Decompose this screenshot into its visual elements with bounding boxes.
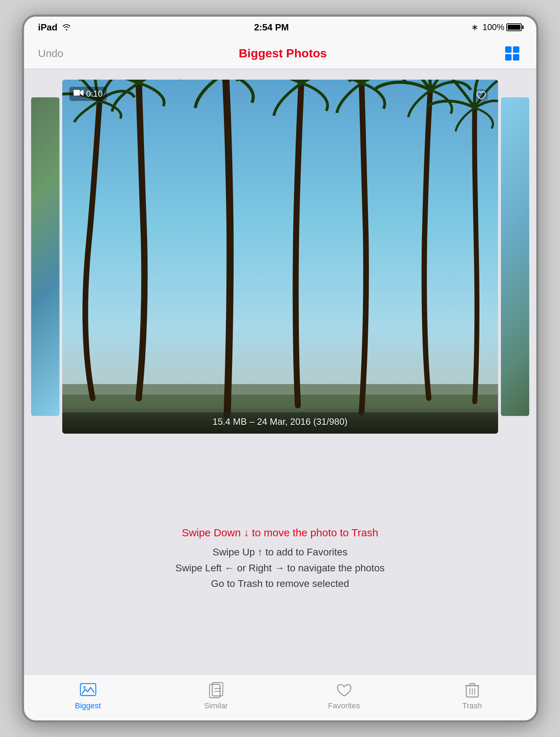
wifi-icon [62,22,71,33]
instruction-primary: Swipe Down ↓ to move the photo to Trash [182,527,378,539]
video-duration: 0:10 [86,89,103,99]
svg-rect-6 [80,684,96,696]
svg-rect-3 [74,90,80,96]
biggest-tab-label: Biggest [75,701,101,710]
svg-point-7 [83,686,86,689]
photo-side-right [501,97,529,416]
ipad-label: iPad [38,22,58,33]
video-camera-icon [74,89,83,98]
tab-bar: Biggest Similar Favorites [24,674,536,720]
heart-icon [473,88,489,104]
battery-percent: 100% [483,22,504,32]
trash-tab-icon [463,681,481,699]
battery-container: 100% [483,22,522,32]
svg-point-5 [474,89,488,103]
battery-fill [508,25,520,30]
status-bar: iPad 2:54 PM ∗ 100% [24,17,536,38]
status-left: iPad [38,22,72,33]
photo-overlay-bottom: 15.4 MB – 24 Mar, 2016 (31/980) [62,405,498,434]
device-frame: iPad 2:54 PM ∗ 100% Undo Bigge [22,15,538,722]
tab-trash[interactable]: Trash [408,679,536,713]
trash-tab-label: Trash [462,701,482,710]
main-photo[interactable]: 0:10 15.4 MB – 24 Mar, 2016 (31/980) [62,80,498,434]
svg-rect-14 [470,684,475,686]
similar-tab-icon [207,681,225,699]
tab-similar[interactable]: Similar [152,679,280,713]
photo-viewer[interactable]: 0:10 15.4 MB – 24 Mar, 2016 (31/980) [24,69,536,444]
tab-biggest[interactable]: Biggest [24,679,152,713]
instruction-line-2: Swipe Left ← or Right → to navigate the … [175,560,385,576]
nav-title: Biggest Photos [239,46,327,60]
instructions-area: Swipe Down ↓ to move the photo to Trash … [24,444,536,674]
main-content: 0:10 15.4 MB – 24 Mar, 2016 (31/980) [24,69,536,674]
grid-view-button[interactable] [502,45,522,62]
favorites-tab-label: Favorites [328,701,360,710]
similar-tab-label: Similar [204,701,228,710]
photo-side-left [31,97,59,416]
photo-scene [62,80,498,434]
photo-info-text: 15.4 MB – 24 Mar, 2016 (31/980) [213,416,348,427]
biggest-tab-icon [79,681,97,699]
photo-strip: 0:10 15.4 MB – 24 Mar, 2016 (31/980) [24,76,536,437]
instruction-line-3: Go to Trash to remove selected [175,576,385,592]
video-badge: 0:10 [69,87,107,101]
instruction-secondary: Swipe Up ↑ to add to Favorites Swipe Lef… [175,544,385,592]
tab-favorites[interactable]: Favorites [280,679,408,713]
favorite-button[interactable] [471,86,491,106]
battery-icon [506,23,522,31]
undo-button[interactable]: Undo [38,47,64,59]
grid-icon [505,46,519,61]
nav-bar: Undo Biggest Photos [24,38,536,69]
status-time: 2:54 PM [254,22,289,33]
instruction-line-1: Swipe Up ↑ to add to Favorites [175,544,385,560]
bluetooth-icon: ∗ [471,22,478,32]
status-right: ∗ 100% [471,22,522,32]
favorites-tab-icon [335,681,353,699]
svg-marker-4 [80,90,83,96]
